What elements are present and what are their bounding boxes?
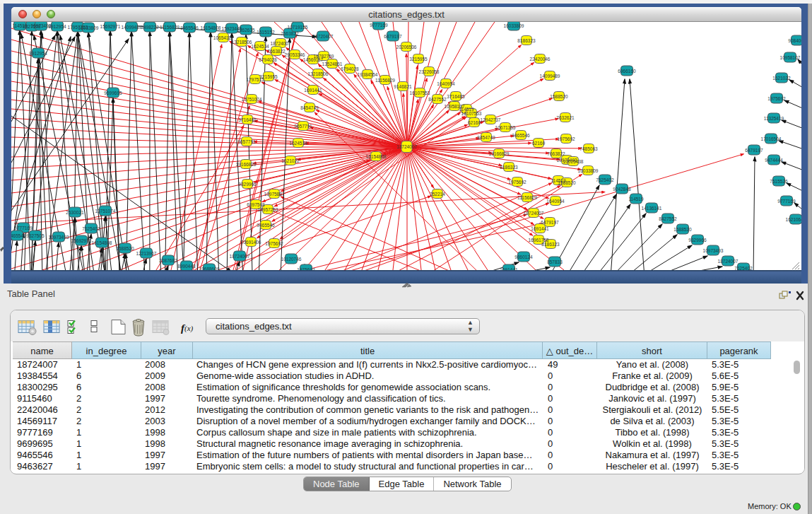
- svg-text:11156829: 11156829: [517, 195, 537, 200]
- svg-text:20206536: 20206536: [396, 45, 417, 49]
- svg-text:19166829: 19166829: [236, 162, 257, 167]
- svg-text:9777169: 9777169: [370, 23, 388, 28]
- svg-text:16033809: 16033809: [504, 23, 524, 28]
- svg-text:8912954: 8912954: [48, 24, 66, 29]
- svg-text:9465546: 9465546: [512, 133, 530, 138]
- svg-text:1588520: 1588520: [558, 180, 576, 185]
- svg-text:9465546: 9465546: [11, 233, 26, 238]
- svg-text:15692971: 15692971: [71, 238, 92, 243]
- svg-text:16154808: 16154808: [92, 240, 112, 245]
- svg-text:17016504: 17016504: [761, 136, 782, 141]
- svg-text:1621022: 1621022: [281, 158, 300, 163]
- svg-text:16107553: 16107553: [410, 90, 430, 95]
- svg-text:7625402: 7625402: [82, 226, 100, 231]
- svg-text:9699695: 9699695: [104, 90, 122, 95]
- svg-text:9242848: 9242848: [613, 187, 631, 192]
- svg-text:12942737: 12942737: [481, 117, 501, 122]
- svg-text:13524861: 13524861: [322, 62, 343, 66]
- svg-text:9657791: 9657791: [237, 139, 256, 144]
- svg-text:8990448: 8990448: [177, 264, 196, 269]
- svg-text:9146821: 9146821: [394, 84, 412, 89]
- svg-text:1588520: 1588520: [550, 94, 568, 99]
- svg-text:1588520: 1588520: [673, 227, 692, 232]
- svg-text:18724007: 18724007: [271, 41, 291, 46]
- svg-text:1621022: 1621022: [772, 76, 791, 81]
- svg-text:9084067: 9084067: [788, 38, 801, 43]
- svg-text:62160: 62160: [468, 120, 481, 125]
- svg-text:14099489: 14099489: [122, 25, 142, 30]
- svg-text:8186323: 8186323: [517, 38, 536, 43]
- svg-text:29053346: 29053346: [285, 52, 305, 57]
- svg-text:10654112: 10654112: [213, 35, 234, 40]
- svg-text:9860124: 9860124: [514, 255, 533, 259]
- svg-text:2530021: 2530021: [66, 210, 84, 215]
- svg-text:857833: 857833: [547, 259, 563, 264]
- svg-text:1624534: 1624534: [289, 141, 307, 146]
- svg-text:1640954: 1640954: [437, 81, 455, 86]
- svg-text:9329966: 9329966: [688, 238, 707, 243]
- svg-text:(x): (x): [184, 324, 194, 333]
- svg-text:8912954: 8912954: [29, 51, 47, 56]
- svg-text:1691441: 1691441: [531, 226, 549, 231]
- svg-text:22420046: 22420046: [530, 57, 551, 62]
- svg-text:18724007: 18724007: [396, 144, 417, 149]
- svg-text:6966160: 6966160: [618, 69, 636, 74]
- svg-text:12213967: 12213967: [136, 251, 157, 256]
- svg-text:10958107: 10958107: [780, 55, 801, 60]
- svg-text:19384554: 19384554: [358, 72, 378, 77]
- svg-text:1797515: 1797515: [246, 77, 264, 82]
- svg-text:8427552: 8427552: [659, 216, 677, 221]
- svg-text:9657791: 9657791: [294, 124, 312, 129]
- svg-text:16210643: 16210643: [786, 217, 801, 222]
- svg-text:6897568: 6897568: [247, 202, 265, 207]
- svg-text:17957253: 17957253: [258, 207, 278, 212]
- svg-text:1975692: 1975692: [265, 241, 283, 246]
- svg-text:3716485: 3716485: [447, 94, 465, 99]
- svg-text:10120746: 10120746: [281, 257, 302, 262]
- svg-text:16154808: 16154808: [201, 25, 221, 30]
- svg-text:7663822: 7663822: [281, 31, 299, 36]
- svg-text:11156829: 11156829: [375, 78, 395, 83]
- svg-text:1624534: 1624534: [251, 44, 269, 49]
- svg-text:8186323: 8186323: [500, 165, 518, 170]
- svg-text:23226058: 23226058: [419, 69, 440, 74]
- svg-text:9329966: 9329966: [238, 182, 257, 187]
- svg-text:14136141: 14136141: [642, 206, 662, 211]
- svg-text:13218506: 13218506: [232, 40, 252, 45]
- svg-text:18724007: 18724007: [230, 254, 250, 259]
- svg-text:7485063: 7485063: [579, 146, 598, 151]
- svg-text:1615152: 1615152: [257, 30, 275, 35]
- svg-text:6794028: 6794028: [259, 57, 277, 62]
- svg-text:8454749: 8454749: [477, 135, 495, 140]
- svg-text:3498222: 3498222: [141, 25, 159, 30]
- svg-text:6479197: 6479197: [384, 34, 402, 39]
- svg-text:11156829: 11156829: [160, 25, 180, 30]
- svg-text:6479197: 6479197: [541, 220, 559, 225]
- svg-text:9777169: 9777169: [777, 199, 796, 204]
- svg-text:6794028: 6794028: [341, 66, 359, 71]
- svg-text:13751074: 13751074: [95, 209, 116, 214]
- svg-text:7663822: 7663822: [547, 151, 565, 156]
- svg-text:9465546: 9465546: [180, 25, 199, 30]
- svg-text:18724007: 18724007: [524, 211, 544, 216]
- svg-text:7515526: 7515526: [770, 179, 788, 184]
- svg-text:18724007: 18724007: [718, 259, 739, 264]
- svg-text:1975692: 1975692: [767, 96, 786, 101]
- svg-text:19166829: 19166829: [489, 151, 510, 156]
- svg-text:10671355: 10671355: [495, 125, 516, 130]
- svg-text:9465546: 9465546: [257, 223, 275, 228]
- svg-text:15692971: 15692971: [100, 24, 121, 29]
- svg-text:9327505: 9327505: [26, 233, 45, 238]
- svg-text:252214: 252214: [430, 192, 445, 197]
- svg-text:16033809: 16033809: [78, 25, 99, 30]
- svg-text:8454749: 8454749: [300, 105, 319, 110]
- svg-text:1975692: 1975692: [557, 136, 575, 141]
- svg-text:1588520: 1588520: [116, 246, 134, 251]
- svg-text:3215955: 3215955: [409, 57, 428, 62]
- svg-text:9777169: 9777169: [14, 226, 33, 230]
- svg-text:1975692: 1975692: [508, 180, 526, 185]
- svg-text:10025438: 10025438: [563, 159, 584, 164]
- svg-text:2087682: 2087682: [159, 258, 177, 263]
- svg-text:13751074: 13751074: [242, 97, 262, 102]
- svg-text:10975887: 10975887: [264, 192, 285, 197]
